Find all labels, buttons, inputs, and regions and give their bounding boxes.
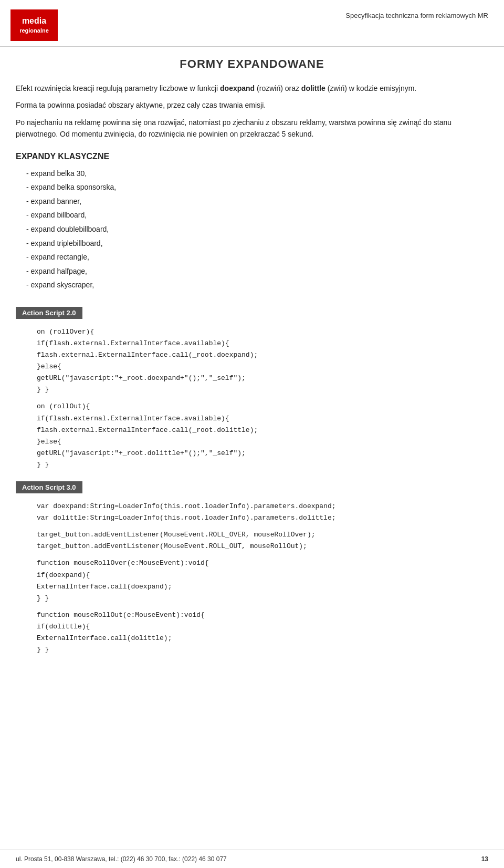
code-as30-vars: var doexpand:String=LoaderInfo(this.root…: [37, 501, 488, 524]
list-item: expand billboard,: [26, 208, 488, 222]
list-item: expand rectangle,: [26, 250, 488, 264]
intro-paragraph-3: Po najechaniu na reklamę powinna się ona…: [16, 117, 488, 140]
expandy-list: expand belka 30, expand belka sponsorska…: [16, 167, 488, 292]
header: media regionalne Specyfikacja techniczna…: [0, 0, 504, 47]
footer-address: ul. Prosta 51, 00-838 Warszawa, tel.: (0…: [16, 855, 227, 863]
list-item: expand halfpage,: [26, 264, 488, 278]
list-item: expand triplebillboard,: [26, 236, 488, 251]
list-item: expand belka sponsorska,: [26, 180, 488, 194]
expandy-klasyczne-section: EXPANDY KLASYCZNE expand belka 30, expan…: [16, 152, 488, 292]
footer-page-number: 13: [481, 855, 488, 863]
page-title: FORMY EXPANDOWANE: [16, 57, 488, 71]
action-script-20-section: Action Script 2.0 on (rollOver){ if(flas…: [16, 302, 488, 471]
list-item: expand banner,: [26, 194, 488, 209]
logo-area: media regionalne: [10, 9, 58, 41]
code-as20-rollout: on (rollOut){ if(flash.external.External…: [37, 401, 488, 471]
list-item: expand skyscraper,: [26, 278, 488, 292]
header-title: Specyfikacja techniczna form reklamowych…: [345, 9, 488, 19]
list-item: expand doublebillboard,: [26, 222, 488, 236]
code-as30-rollout: function mouseRollOut(e:MouseEvent):void…: [37, 609, 488, 656]
footer: ul. Prosta 51, 00-838 Warszawa, tel.: (0…: [0, 850, 504, 868]
expandy-klasyczne-title: EXPANDY KLASYCZNE: [16, 152, 488, 161]
list-item: expand belka 30,: [26, 167, 488, 181]
action-script-20-label: Action Script 2.0: [16, 307, 82, 319]
intro-paragraph-1: Efekt rozwinięcia kreacji regulują param…: [16, 82, 488, 94]
code-as30-listeners: target_button.addEventListener(MouseEven…: [37, 529, 488, 552]
logo: media regionalne: [10, 9, 58, 41]
logo-line2: regionalne: [19, 27, 49, 34]
action-script-30-label: Action Script 3.0: [16, 481, 82, 493]
code-as20-rollover: on (rollOver){ if(flash.external.Externa…: [37, 326, 488, 396]
main-content: FORMY EXPANDOWANE Efekt rozwinięcia krea…: [0, 47, 504, 703]
action-script-30-section: Action Script 3.0 var doexpand:String=Lo…: [16, 476, 488, 656]
logo-line1: media: [22, 16, 46, 27]
intro-paragraph-2: Forma ta powinna posiadać obszary aktywn…: [16, 99, 488, 111]
code-as30-rollover: function mouseRollOver(e:MouseEvent):voi…: [37, 557, 488, 604]
